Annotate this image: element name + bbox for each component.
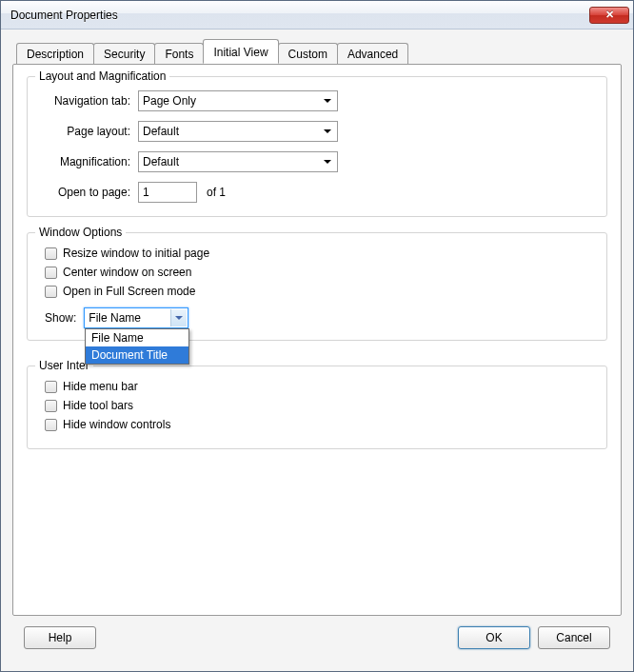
page-layout-label: Page layout:: [39, 125, 138, 138]
titlebar: Document Properties ✕: [1, 1, 633, 30]
navigation-tab-select[interactable]: Page Only: [138, 90, 338, 111]
tab-advanced[interactable]: Advanced: [337, 43, 408, 65]
hide-tool-bars-label: Hide tool bars: [63, 399, 133, 412]
hide-window-controls-label: Hide window controls: [63, 418, 170, 431]
show-option-file-name[interactable]: File Name: [86, 329, 188, 346]
close-button[interactable]: ✕: [589, 7, 629, 24]
center-window-checkbox[interactable]: [45, 267, 57, 279]
tab-security[interactable]: Security: [93, 43, 155, 65]
help-button[interactable]: Help: [24, 626, 96, 649]
hide-menu-bar-checkbox[interactable]: [45, 381, 57, 393]
cancel-button[interactable]: Cancel: [538, 626, 610, 649]
hide-menu-bar-label: Hide menu bar: [63, 380, 138, 393]
resize-window-checkbox[interactable]: [45, 247, 57, 260]
open-to-page-label: Open to page:: [39, 186, 138, 199]
group-user-interface-options: User Inter Hide menu bar Hide tool bars …: [27, 366, 607, 449]
show-option-document-title[interactable]: Document Title: [86, 346, 188, 364]
navigation-tab-label: Navigation tab:: [39, 94, 138, 108]
tab-description[interactable]: Description: [16, 43, 94, 65]
center-window-label: Center window on screen: [63, 266, 191, 279]
magnification-select[interactable]: Default: [138, 151, 338, 172]
magnification-label: Magnification:: [39, 155, 138, 168]
group-legend: Layout and Magnification: [35, 69, 169, 83]
group-layout-magnification: Layout and Magnification Navigation tab:…: [27, 76, 607, 217]
tab-fonts[interactable]: Fonts: [154, 43, 204, 65]
tab-initial-view[interactable]: Initial View: [203, 39, 278, 64]
group-window-options: Window Options Resize window to initial …: [27, 232, 607, 341]
show-select[interactable]: File Name: [84, 307, 188, 328]
hide-tool-bars-checkbox[interactable]: [45, 400, 57, 412]
open-to-page-input[interactable]: [138, 182, 197, 203]
page-layout-select[interactable]: Default: [138, 121, 338, 142]
window-title: Document Properties: [10, 9, 589, 22]
open-to-page-of-text: of 1: [207, 186, 226, 199]
content-area: Description Security Fonts Initial View …: [1, 30, 633, 671]
chevron-down-icon: [170, 309, 187, 326]
fullscreen-checkbox[interactable]: [45, 286, 57, 298]
resize-window-label: Resize window to initial page: [63, 247, 209, 260]
dialog-footer: Help OK Cancel: [12, 616, 622, 660]
tab-panel-initial-view: Layout and Magnification Navigation tab:…: [12, 64, 622, 616]
ok-button[interactable]: OK: [458, 626, 530, 649]
fullscreen-label: Open in Full Screen mode: [63, 285, 195, 298]
close-icon: ✕: [605, 9, 614, 21]
hide-window-controls-checkbox[interactable]: [45, 419, 57, 431]
tab-custom[interactable]: Custom: [278, 43, 338, 65]
show-dropdown-list: File Name Document Title: [85, 328, 189, 365]
document-properties-dialog: Document Properties ✕ Description Securi…: [0, 0, 634, 672]
group-legend: Window Options: [35, 226, 126, 239]
show-label: Show:: [45, 311, 76, 325]
tab-strip: Description Security Fonts Initial View …: [16, 39, 622, 64]
